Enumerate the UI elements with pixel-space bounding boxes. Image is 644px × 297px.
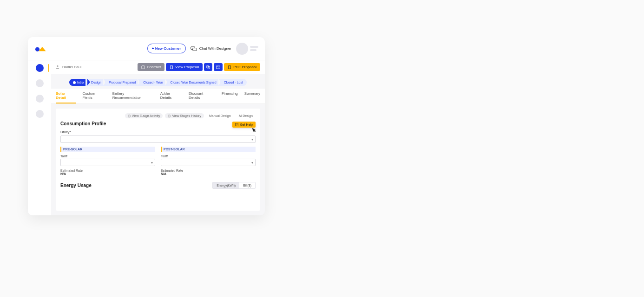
- pdf-icon: [228, 65, 231, 69]
- sidebar: [28, 60, 51, 215]
- mail-button[interactable]: [214, 63, 223, 71]
- seg-energy-kwh[interactable]: Energy(kWh): [213, 182, 239, 188]
- main: Daniel Paul Contract View Proposal: [51, 60, 265, 215]
- svg-rect-5: [171, 65, 173, 68]
- content-card: View E-sign Activity View Stages History…: [56, 109, 260, 211]
- svg-rect-9: [229, 65, 231, 68]
- consumption-profile-title: Consumption Profile: [60, 121, 256, 126]
- svg-rect-6: [207, 65, 209, 68]
- menu-icon: [250, 46, 258, 51]
- help-icon: ?: [235, 123, 238, 126]
- chevron-down-icon: ▾: [251, 137, 253, 142]
- energy-unit-toggle: Energy(kWh) Bill($): [212, 182, 256, 189]
- tab-battery-recommendation[interactable]: Battery Recommendation: [112, 89, 154, 103]
- pre-tariff-label: Tariff: [60, 155, 155, 158]
- sidebar-item-2[interactable]: [36, 79, 44, 87]
- chevron-down-icon: ▾: [151, 161, 153, 165]
- ai-design-link[interactable]: AI Design: [236, 113, 256, 118]
- pdf-proposal-label: PDF Proposal: [233, 65, 256, 69]
- post-solar-col: POST-SOLAR Tariff ▾ Estimated Rate N/A: [161, 147, 256, 175]
- energy-usage-title: Energy Usage: [60, 183, 92, 188]
- chat-icon: [191, 46, 197, 51]
- tab-summary[interactable]: Summary: [244, 89, 260, 103]
- pre-solar-col: PRE-SOLAR Tariff ▾ Estimated Rate N/A: [60, 147, 155, 175]
- tabs: Solar Detail Custom Fields Battery Recom…: [51, 89, 265, 104]
- eye-icon: [168, 115, 171, 117]
- copy-icon: [206, 65, 210, 69]
- action-buttons: Contract View Proposal PDF Proposal: [138, 63, 260, 71]
- pdf-proposal-button[interactable]: PDF Proposal: [224, 63, 260, 71]
- crumb-bar: Daniel Paul Contract View Proposal: [51, 60, 265, 74]
- customer-name: Daniel Paul: [62, 65, 81, 69]
- sidebar-item-4[interactable]: [36, 110, 44, 118]
- get-help-button[interactable]: ? Get Help: [232, 122, 256, 128]
- post-estimated-rate-value: N/A: [161, 172, 256, 175]
- view-esign-activity[interactable]: View E-sign Activity: [125, 113, 163, 118]
- svg-rect-4: [142, 65, 145, 68]
- tab-discount-details[interactable]: Discount Details: [189, 89, 215, 103]
- stage-proposal-prepared[interactable]: Proposal Prepared: [103, 79, 139, 86]
- doc-icon: [170, 65, 173, 69]
- app-window: + New Customer Chat With Designer: [28, 37, 265, 215]
- stage-closed-won-signed[interactable]: Closed Won Documents Signed: [165, 79, 220, 86]
- view-stages-history[interactable]: View Stages History: [165, 113, 204, 118]
- utility-label: Utility*: [60, 130, 256, 134]
- post-estimated-rate-label: Estimated Rate: [161, 169, 256, 172]
- tab-custom-fields[interactable]: Custom Fields: [82, 89, 105, 103]
- view-proposal-label: View Proposal: [175, 65, 199, 69]
- user-menu[interactable]: [236, 43, 258, 55]
- new-customer-button[interactable]: + New Customer: [147, 44, 186, 53]
- pre-estimated-rate-value: N/A: [60, 172, 155, 175]
- svg-text:?: ?: [237, 124, 238, 126]
- svg-rect-2: [193, 48, 197, 51]
- seg-bill-usd[interactable]: Bill($): [239, 182, 255, 188]
- app-logo: [34, 45, 46, 53]
- pre-solar-header: PRE-SOLAR: [60, 147, 155, 152]
- logo-icon: [34, 45, 46, 53]
- svg-point-0: [35, 47, 39, 51]
- post-tariff-select[interactable]: ▾: [161, 159, 256, 166]
- contract-label: Contract: [147, 65, 161, 69]
- contract-button[interactable]: Contract: [138, 63, 164, 71]
- post-solar-header: POST-SOLAR: [161, 147, 256, 152]
- svg-rect-7: [208, 66, 210, 69]
- contract-icon: [141, 65, 145, 69]
- chat-label: Chat With Designer: [199, 46, 231, 51]
- top-header: + New Customer Chat With Designer: [28, 37, 265, 60]
- pre-tariff-select[interactable]: ▾: [60, 159, 155, 166]
- copy-button[interactable]: [204, 63, 212, 71]
- get-help-label: Get Help: [240, 123, 253, 126]
- body-row: Daniel Paul Contract View Proposal: [28, 60, 265, 215]
- eye-icon: [128, 115, 131, 117]
- energy-usage-row: Energy Usage Energy(kWh) Bill($): [60, 182, 256, 189]
- manual-design-link[interactable]: Manual Design: [206, 113, 234, 118]
- card-toolbar: View E-sign Activity View Stages History…: [60, 113, 256, 118]
- person-icon: [56, 65, 59, 70]
- chevron-down-icon: ▾: [251, 161, 253, 165]
- tab-financing[interactable]: Financing: [222, 89, 238, 103]
- stage-intro[interactable]: Intro: [69, 79, 87, 86]
- view-proposal-button[interactable]: View Proposal: [166, 63, 203, 71]
- avatar: [236, 43, 248, 55]
- chat-with-designer[interactable]: Chat With Designer: [191, 46, 231, 51]
- post-tariff-label: Tariff: [161, 155, 256, 158]
- sidebar-item-1[interactable]: [28, 64, 51, 72]
- mail-icon: [216, 65, 220, 69]
- utility-select[interactable]: ▾: [60, 136, 256, 143]
- svg-point-3: [57, 65, 58, 66]
- sidebar-item-3[interactable]: [36, 95, 44, 103]
- tab-adder-details[interactable]: Adder Details: [160, 89, 182, 103]
- pre-post-columns: PRE-SOLAR Tariff ▾ Estimated Rate N/A PO…: [60, 147, 256, 175]
- tab-solar-detail[interactable]: Solar Detail: [56, 89, 76, 103]
- pipeline: Intro Design Proposal Prepared Closed - …: [51, 74, 265, 89]
- pre-estimated-rate-label: Estimated Rate: [60, 169, 155, 172]
